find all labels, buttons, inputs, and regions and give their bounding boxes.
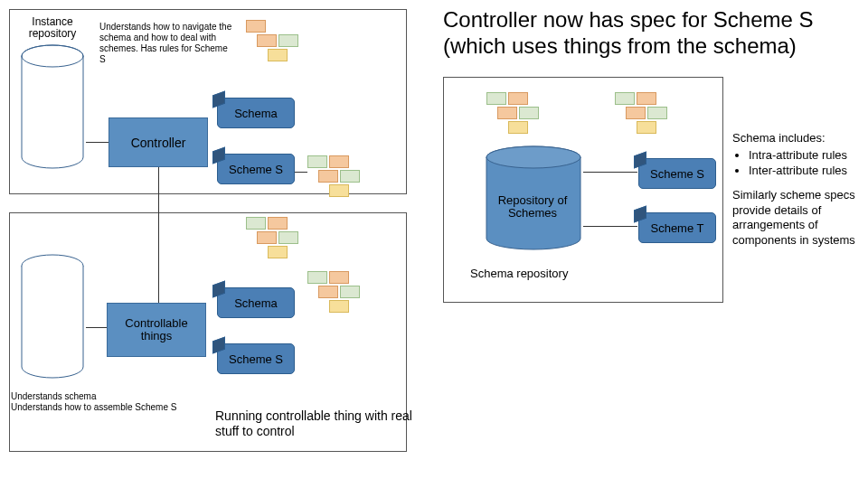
tablet-label: Scheme S xyxy=(229,352,283,366)
tablet-label: Schema xyxy=(234,296,278,310)
scheme-s-tablet-top: Scheme S xyxy=(217,154,295,184)
tablet-label: Schema xyxy=(234,107,278,120)
schema-tablet-bottom: Schema xyxy=(217,287,295,318)
schema-includes-item: Intra-attribute rules xyxy=(749,148,863,164)
connector-line xyxy=(86,142,108,143)
schema-includes-heading: Schema includes: xyxy=(732,131,863,146)
controller-box: Controller xyxy=(108,117,208,167)
cylinder-instance-repo xyxy=(20,43,85,170)
understands-footnote: Understands schema Understands how to as… xyxy=(11,391,210,413)
block-cluster-top xyxy=(246,20,327,56)
scheme-s-tablet-bottom: Scheme S xyxy=(217,343,295,374)
scheme-s-tablet-right: Scheme S xyxy=(638,158,716,189)
scheme-t-tablet-right: Scheme T xyxy=(638,212,716,243)
schema-includes-item: Inter-attribute rules xyxy=(749,164,863,179)
similarly-note: Similarly scheme specs provide details o… xyxy=(732,188,863,249)
connector-line xyxy=(583,172,637,173)
block-cluster-mid-bottom-panel xyxy=(307,271,389,307)
schema-tablet-top: Schema xyxy=(217,98,295,128)
repository-of-schemes-label: Repository of Schemes xyxy=(474,194,591,221)
cylinder-bottom xyxy=(20,253,85,380)
connector-line xyxy=(86,327,107,328)
running-controllable-label: Running controllable thing with real stu… xyxy=(215,408,414,439)
schema-repository-label: Schema repository xyxy=(470,267,568,280)
controllable-things-box: Controllable things xyxy=(107,303,206,357)
block-cluster-mid-top xyxy=(307,155,389,192)
block-cluster-right-1 xyxy=(486,92,568,128)
connector-line xyxy=(158,167,159,303)
tablet-label: Scheme T xyxy=(650,221,703,235)
page-title: Controller now has spec for Scheme S (wh… xyxy=(443,7,868,60)
block-cluster-right-2 xyxy=(615,92,696,128)
connector-line xyxy=(583,226,637,227)
instance-repository-label: Instance repository xyxy=(22,16,83,40)
controller-description: Understands how to navigate the schema a… xyxy=(99,22,235,65)
svg-point-4 xyxy=(486,146,580,168)
block-cluster-top-bottom-panel xyxy=(246,217,327,253)
connector-line xyxy=(295,172,307,173)
tablet-label: Scheme S xyxy=(229,163,283,176)
side-notes: Schema includes: Intra-attribute rules I… xyxy=(732,131,863,249)
tablet-label: Scheme S xyxy=(650,167,704,181)
